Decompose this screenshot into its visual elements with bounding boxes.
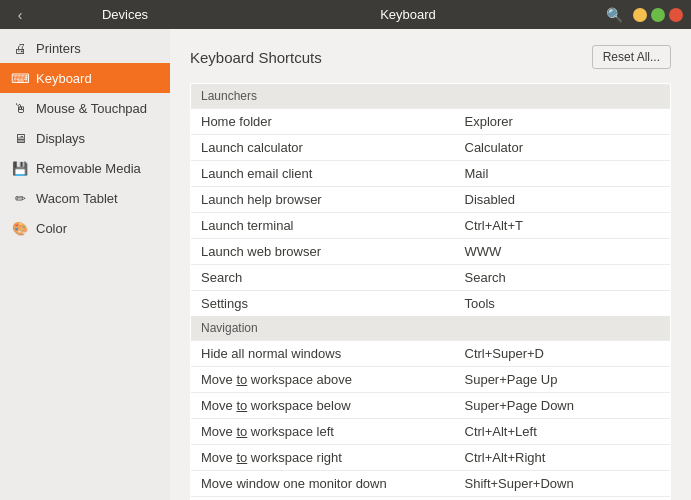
- devices-title: Devices: [40, 7, 210, 22]
- shortcut-key: Mail: [455, 161, 671, 187]
- shortcut-name: Launch email client: [191, 161, 455, 187]
- table-row[interactable]: Move to workspace left Ctrl+Alt+Left: [191, 419, 671, 445]
- shortcut-name: Search: [191, 265, 455, 291]
- shortcut-key: Tools: [455, 291, 671, 317]
- shortcut-name: Launch calculator: [191, 135, 455, 161]
- sidebar-item-label: Keyboard: [36, 71, 92, 86]
- shortcut-key: Explorer: [455, 109, 671, 135]
- table-row[interactable]: Launch web browser WWW: [191, 239, 671, 265]
- search-icon[interactable]: 🔍: [606, 7, 623, 23]
- table-row[interactable]: Launch help browser Disabled: [191, 187, 671, 213]
- sidebar: 🖨 Printers ⌨ Keyboard 🖱 Mouse & Touchpad…: [0, 29, 170, 500]
- sidebar-item-displays[interactable]: 🖥 Displays: [0, 123, 170, 153]
- table-row[interactable]: Home folder Explorer: [191, 109, 671, 135]
- sidebar-item-label: Removable Media: [36, 161, 141, 176]
- shortcut-key: Ctrl+Alt+Left: [455, 419, 671, 445]
- keyboard-icon: ⌨: [12, 70, 28, 86]
- back-button[interactable]: ‹: [0, 7, 40, 23]
- sidebar-item-printers[interactable]: 🖨 Printers: [0, 33, 170, 63]
- sidebar-item-label: Wacom Tablet: [36, 191, 118, 206]
- table-row[interactable]: Launch email client Mail: [191, 161, 671, 187]
- table-row[interactable]: Move window one monitor to the left Shif…: [191, 497, 671, 501]
- shortcut-key: Search: [455, 265, 671, 291]
- shortcut-key: Ctrl+Alt+T: [455, 213, 671, 239]
- shortcut-key: Super+Page Up: [455, 367, 671, 393]
- close-button[interactable]: [669, 8, 683, 22]
- sidebar-item-mouse[interactable]: 🖱 Mouse & Touchpad: [0, 93, 170, 123]
- reset-all-button[interactable]: Reset All...: [592, 45, 671, 69]
- table-row[interactable]: Move to workspace above Super+Page Up: [191, 367, 671, 393]
- sidebar-item-label: Displays: [36, 131, 85, 146]
- shortcut-name: Move to workspace left: [191, 419, 455, 445]
- window-controls: 🔍: [606, 7, 691, 23]
- shortcut-key: Ctrl+Super+D: [455, 341, 671, 367]
- shortcut-name: Launch terminal: [191, 213, 455, 239]
- section-header-label: Launchers: [191, 84, 671, 109]
- shortcut-name: Launch help browser: [191, 187, 455, 213]
- shortcut-name: Home folder: [191, 109, 455, 135]
- titlebar: ‹ Devices Keyboard 🔍: [0, 0, 691, 29]
- table-row[interactable]: Move window one monitor down Shift+Super…: [191, 471, 671, 497]
- wacom-icon: ✏: [12, 190, 28, 206]
- content-title: Keyboard Shortcuts: [190, 49, 322, 66]
- keyboard-title: Keyboard: [210, 7, 606, 22]
- table-row[interactable]: Move to workspace below Super+Page Down: [191, 393, 671, 419]
- shortcut-name: Settings: [191, 291, 455, 317]
- sidebar-item-removable[interactable]: 💾 Removable Media: [0, 153, 170, 183]
- display-icon: 🖥: [12, 130, 28, 146]
- section-navigation: Navigation: [191, 316, 671, 341]
- shortcuts-table: Launchers Home folder Explorer Launch ca…: [190, 83, 671, 500]
- shortcut-key: WWW: [455, 239, 671, 265]
- shortcut-name: Hide all normal windows: [191, 341, 455, 367]
- sidebar-item-label: Color: [36, 221, 67, 236]
- shortcut-name: Move window one monitor down: [191, 471, 455, 497]
- section-header-label: Navigation: [191, 316, 671, 341]
- mouse-icon: 🖱: [12, 100, 28, 116]
- shortcut-name: Move to workspace right: [191, 445, 455, 471]
- sidebar-item-keyboard[interactable]: ⌨ Keyboard: [0, 63, 170, 93]
- shortcut-key: Ctrl+Alt+Right: [455, 445, 671, 471]
- shortcut-key: Shift+Super+Left: [455, 497, 671, 501]
- content-header: Keyboard Shortcuts Reset All...: [190, 45, 671, 69]
- printer-icon: 🖨: [12, 40, 28, 56]
- color-icon: 🎨: [12, 220, 28, 236]
- shortcut-name: Launch web browser: [191, 239, 455, 265]
- section-launchers: Launchers: [191, 84, 671, 109]
- sidebar-item-color[interactable]: 🎨 Color: [0, 213, 170, 243]
- table-row[interactable]: Launch calculator Calculator: [191, 135, 671, 161]
- shortcut-key: Disabled: [455, 187, 671, 213]
- table-row[interactable]: Launch terminal Ctrl+Alt+T: [191, 213, 671, 239]
- shortcut-key: Calculator: [455, 135, 671, 161]
- shortcut-name: Move window one monitor to the left: [191, 497, 455, 501]
- table-row[interactable]: Settings Tools: [191, 291, 671, 317]
- maximize-button[interactable]: [651, 8, 665, 22]
- shortcut-key: Super+Page Down: [455, 393, 671, 419]
- shortcut-name: Move to workspace below: [191, 393, 455, 419]
- minimize-button[interactable]: [633, 8, 647, 22]
- table-row[interactable]: Hide all normal windows Ctrl+Super+D: [191, 341, 671, 367]
- main-layout: 🖨 Printers ⌨ Keyboard 🖱 Mouse & Touchpad…: [0, 29, 691, 500]
- table-row[interactable]: Move to workspace right Ctrl+Alt+Right: [191, 445, 671, 471]
- removable-icon: 💾: [12, 160, 28, 176]
- sidebar-item-label: Printers: [36, 41, 81, 56]
- table-row[interactable]: Search Search: [191, 265, 671, 291]
- shortcut-name: Move to workspace above: [191, 367, 455, 393]
- sidebar-item-wacom[interactable]: ✏ Wacom Tablet: [0, 183, 170, 213]
- content-area: Keyboard Shortcuts Reset All... Launcher…: [170, 29, 691, 500]
- sidebar-item-label: Mouse & Touchpad: [36, 101, 147, 116]
- shortcut-key: Shift+Super+Down: [455, 471, 671, 497]
